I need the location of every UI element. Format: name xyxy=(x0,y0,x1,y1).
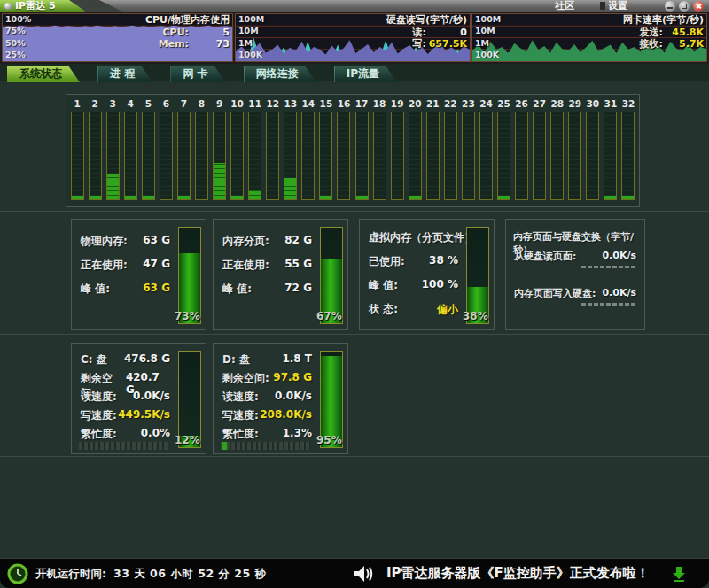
core-column: 32 xyxy=(619,97,637,203)
core-usage-meter xyxy=(160,112,173,200)
main-area: 系统状态 进 程 网 卡 网络连接 IP流量 12345678910111213… xyxy=(0,64,709,558)
bar-percent-label: 73% xyxy=(175,310,200,322)
page-exchange-panel: 内存页面与硬盘交换（字节/秒） 从硬盘读页面:0.0K/s 内存页面写入硬盘:0… xyxy=(505,219,645,330)
graph-scale-label: 100K xyxy=(238,50,262,59)
net-graph-overlay: 网卡速率(字节/秒) 发送:45.8K 接收:5.7K xyxy=(623,14,704,50)
virtual-memory-bar: 38% xyxy=(466,227,489,324)
settings-button[interactable]: 设置 xyxy=(600,0,627,12)
separator-2 xyxy=(0,334,709,335)
settings-icon xyxy=(600,2,605,10)
virtual-memory-title: 虚拟内存（分页文件） xyxy=(369,230,475,245)
tab-processes[interactable]: 进 程 xyxy=(97,66,152,82)
uptime-label: 开机运行时间: xyxy=(35,567,106,580)
core-number: 25 xyxy=(497,97,510,112)
cpu-cores-panel: 1234567891011121314151617181920212223242… xyxy=(66,94,640,207)
memory-paging-panel: 内存分页:82 G 正在使用:55 G 峰 值:72 G 67% xyxy=(213,219,348,330)
disk-io-graph: 硬盘读写(字节/秒) 读:0 写:657.5K 100M10M1M100K xyxy=(235,13,471,62)
core-column: 5 xyxy=(139,97,157,203)
core-usage-meter xyxy=(337,112,350,200)
core-column: 6 xyxy=(157,97,175,203)
core-column: 7 xyxy=(175,97,192,203)
core-number: 5 xyxy=(145,97,152,112)
core-number: 30 xyxy=(587,97,600,112)
maximize-button[interactable] xyxy=(679,1,690,12)
core-column: 9 xyxy=(211,97,229,203)
core-column: 30 xyxy=(584,97,602,203)
graph-scale-label: 50% xyxy=(5,39,26,48)
panel-row: C: 盘476.8 G xyxy=(81,352,170,368)
core-usage-fill xyxy=(178,196,190,199)
cpu-stat: CPU:5 xyxy=(145,27,230,38)
core-usage-meter xyxy=(230,112,244,200)
drive-c-busy-meter xyxy=(79,442,168,450)
minimize-button[interactable] xyxy=(665,1,675,12)
core-usage-fill xyxy=(622,196,634,199)
core-number: 16 xyxy=(338,97,351,112)
core-column: 8 xyxy=(192,97,210,203)
core-usage-meter xyxy=(195,112,208,200)
graph-strip: CPU/物理内存使用 CPU:5 Mem:73 100%75%50%25% 硬盘… xyxy=(0,12,709,64)
physical-memory-bar: 73% xyxy=(178,227,201,324)
core-number: 1 xyxy=(74,97,80,112)
core-number: 10 xyxy=(230,97,244,112)
drive-d-bar: 95% xyxy=(320,351,343,448)
core-usage-meter xyxy=(89,112,102,200)
core-usage-fill xyxy=(107,174,119,199)
uptime-value: 33 天 06 小时 52 分 25 秒 xyxy=(113,567,267,580)
net-recv-stat: 接收:5.7K xyxy=(623,38,704,50)
drive-d-busy-meter xyxy=(221,442,310,450)
mem-stat: Mem:73 xyxy=(145,38,230,50)
panel-row: 内存页面写入硬盘:0.0K/s xyxy=(514,287,636,300)
core-column: 21 xyxy=(424,97,441,203)
core-number: 11 xyxy=(248,97,261,112)
core-number: 12 xyxy=(266,97,279,112)
core-usage-fill xyxy=(249,190,261,199)
uptime-text: 开机运行时间:33 天 06 小时 52 分 25 秒 xyxy=(35,567,267,582)
panel-row: 读速度:0.0K/s xyxy=(222,390,312,405)
core-usage-meter xyxy=(409,112,422,200)
core-column: 3 xyxy=(104,97,121,203)
core-usage-meter xyxy=(319,112,332,200)
tab-network-card[interactable]: 网 卡 xyxy=(170,66,225,82)
net-graph-title: 网卡速率(字节/秒) xyxy=(623,14,704,27)
graph-scale-label: 100M xyxy=(475,15,501,24)
panel-row: 正在使用:55 G xyxy=(222,258,312,273)
core-usage-meter xyxy=(604,112,617,200)
title-bar[interactable]: IP雷达 5 社区 设置 xyxy=(0,0,709,12)
tab-ip-traffic[interactable]: IP流量 xyxy=(334,66,397,82)
core-usage-meter xyxy=(444,112,457,200)
tab-system-status[interactable]: 系统状态 xyxy=(7,66,80,82)
drive-c-bar: 12% xyxy=(178,351,201,448)
core-column: 25 xyxy=(495,97,513,203)
panel-row: 繁忙度:0.0% xyxy=(81,427,170,442)
community-button[interactable]: 社区 xyxy=(555,0,574,12)
core-column: 19 xyxy=(388,97,406,203)
core-number: 4 xyxy=(128,97,134,112)
core-column: 10 xyxy=(229,97,246,203)
core-usage-meter xyxy=(550,112,564,200)
disk-write-stat: 写:657.5K xyxy=(386,38,467,50)
bar-percent-label: 38% xyxy=(463,310,488,322)
announcement-link[interactable]: IP雷达服务器版《F监控助手》正式发布啦！ xyxy=(386,565,650,582)
busy-segment xyxy=(222,442,227,450)
close-button[interactable] xyxy=(693,1,704,12)
uptime-clock-icon xyxy=(7,563,28,584)
memory-paging-bar: 67% xyxy=(320,227,343,324)
core-usage-meter xyxy=(373,112,386,200)
core-usage-meter xyxy=(479,112,493,200)
core-column: 12 xyxy=(264,97,282,203)
core-number: 24 xyxy=(479,97,493,112)
download-icon[interactable] xyxy=(672,566,686,582)
graph-scale-label: 1M xyxy=(475,39,489,48)
disk-graph-title: 硬盘读写(字节/秒) xyxy=(386,14,467,27)
core-usage-fill xyxy=(143,196,154,199)
core-usage-meter xyxy=(248,112,261,200)
core-usage-fill xyxy=(284,178,296,199)
graph-scale-label: 100M xyxy=(238,15,264,24)
tab-network-connections[interactable]: 网络连接 xyxy=(244,66,316,82)
graph-scale-label: 10M xyxy=(238,27,259,35)
bar-percent-label: 67% xyxy=(316,310,342,322)
core-usage-fill xyxy=(231,196,243,199)
core-column: 23 xyxy=(459,97,477,203)
panel-row: 正在使用:47 G xyxy=(81,258,170,273)
